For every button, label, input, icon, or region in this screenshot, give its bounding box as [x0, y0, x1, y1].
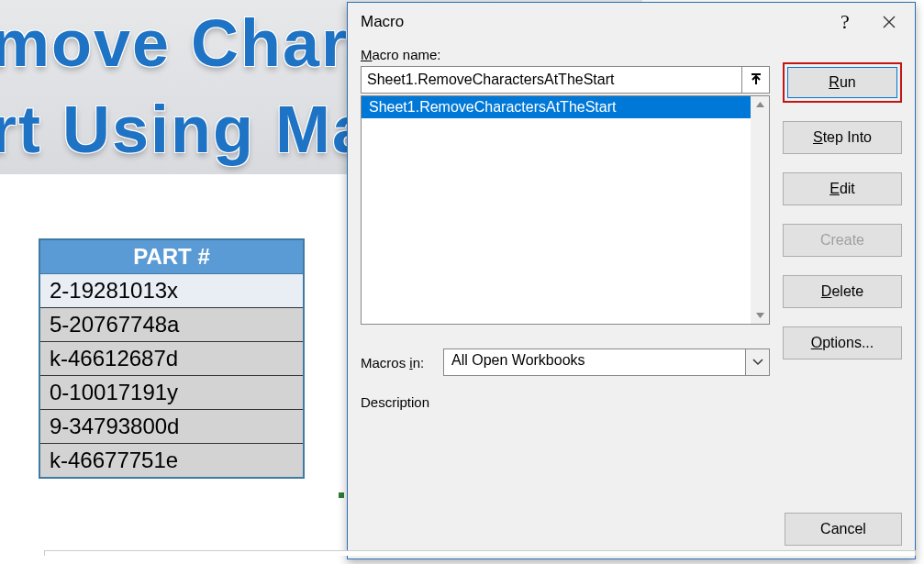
run-highlight: Run — [783, 62, 902, 103]
dialog-titlebar: Macro ? — [348, 3, 915, 41]
dialog-title: Macro — [361, 13, 823, 31]
table-row: 0-10017191y — [39, 376, 304, 410]
table-row: k-46612687d — [39, 342, 304, 376]
dropdown-arrow-button[interactable] — [745, 349, 769, 375]
macros-in-label: Macros in: — [361, 355, 434, 370]
macro-list[interactable]: Sheet1.RemoveCharactersAtTheStart — [361, 95, 770, 325]
table-row: k-46677751e — [39, 444, 304, 479]
create-button: Create — [783, 224, 902, 257]
macros-in-dropdown[interactable]: All Open Workbooks — [443, 348, 770, 376]
macro-name-input[interactable] — [361, 66, 742, 94]
options-button[interactable]: Options... — [783, 326, 902, 359]
table-row: 5-20767748a — [39, 308, 304, 342]
up-arrow-icon — [750, 73, 763, 86]
banner-line-1: move Chara — [0, 6, 387, 81]
go-to-macro-button[interactable] — [742, 66, 770, 94]
delete-button[interactable]: Delete — [783, 275, 902, 308]
scroll-up-icon[interactable] — [751, 96, 769, 113]
cell[interactable]: k-46677751e — [39, 444, 304, 479]
run-button[interactable]: Run — [787, 67, 897, 98]
chevron-down-icon — [752, 359, 763, 366]
macro-dialog: Macro ? Macro name: Sheet1.RemoveCharact… — [347, 2, 916, 559]
bottom-divider — [44, 550, 916, 556]
scroll-down-icon[interactable] — [751, 307, 769, 324]
cell[interactable]: 0-10017191y — [39, 376, 304, 410]
cancel-button[interactable]: Cancel — [785, 513, 902, 546]
description-label: Description — [361, 394, 770, 410]
cell[interactable]: k-46612687d — [39, 342, 304, 376]
help-button[interactable]: ? — [823, 6, 867, 39]
macro-list-item[interactable]: Sheet1.RemoveCharactersAtTheStart — [362, 96, 751, 118]
table-header-part: PART # — [39, 239, 304, 274]
close-button[interactable] — [867, 6, 911, 39]
cell[interactable]: 9-34793800d — [39, 410, 304, 444]
excel-table-region: PART # 2-19281013x 5-20767748a k-4661268… — [39, 238, 305, 479]
close-icon — [883, 16, 896, 28]
cell[interactable]: 2-19281013x — [39, 274, 304, 308]
banner-line-2: rt Using Ma — [0, 92, 371, 167]
table-row: 9-34793800d — [39, 410, 304, 444]
dropdown-value: All Open Workbooks — [444, 349, 745, 375]
step-into-button[interactable]: Step Into — [783, 121, 902, 154]
scrollbar[interactable] — [751, 96, 769, 324]
part-number-table: PART # 2-19281013x 5-20767748a k-4661268… — [39, 238, 305, 479]
macro-name-label: Macro name: — [361, 47, 770, 62]
table-row: 2-19281013x — [39, 274, 304, 308]
edit-button[interactable]: Edit — [783, 172, 902, 205]
selection-handle-icon[interactable] — [338, 492, 345, 499]
cell[interactable]: 5-20767748a — [39, 308, 304, 342]
help-icon: ? — [841, 10, 850, 34]
